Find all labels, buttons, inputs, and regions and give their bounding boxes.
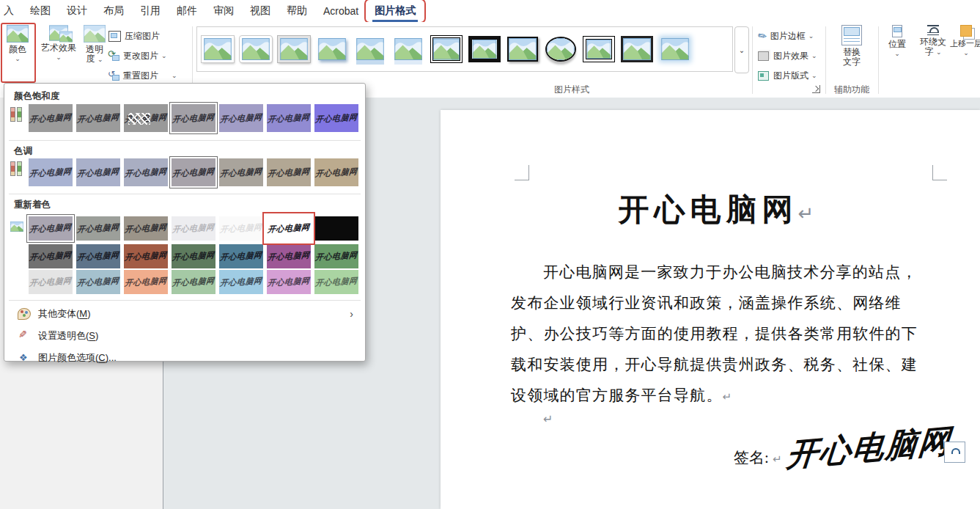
color-swatch[interactable]: 开心电脑网 xyxy=(124,270,168,294)
color-swatch[interactable]: 开心电脑网 xyxy=(314,270,358,294)
layout-options-button[interactable] xyxy=(944,442,965,463)
picture-style-thumbnail[interactable] xyxy=(545,32,577,66)
picture-layout-icon xyxy=(758,71,769,81)
picture-style-thumbnail[interactable] xyxy=(430,32,463,66)
transparency-icon xyxy=(84,25,106,43)
submenu-arrow-icon: › xyxy=(350,308,353,320)
picture-style-thumbnail[interactable] xyxy=(392,32,424,66)
color-swatch[interactable]: 开心电脑网 xyxy=(314,104,358,132)
color-swatch[interactable]: 开心电脑网 xyxy=(76,270,120,294)
picture-style-thumbnail[interactable] xyxy=(240,32,272,66)
color-swatch[interactable]: 开心电脑网 xyxy=(29,104,73,132)
color-swatch[interactable]: 开心电脑网 xyxy=(219,270,263,294)
color-swatch[interactable]: 开心电脑网 xyxy=(314,244,358,268)
color-swatch[interactable]: 开心电脑网 xyxy=(124,158,168,186)
picture-style-thumbnail[interactable] xyxy=(621,32,653,66)
color-swatch[interactable]: 开心电脑网 xyxy=(219,104,263,132)
picture-style-thumbnail[interactable] xyxy=(506,32,539,66)
color-swatch[interactable]: 开心电脑网 xyxy=(314,158,358,186)
compress-picture-button[interactable]: 压缩图片 xyxy=(108,28,160,44)
color-swatch[interactable]: 开心电脑网 xyxy=(29,158,73,186)
wrap-text-label: 环绕文 字 ⌄ xyxy=(920,37,946,56)
paragraph-line: 载和安装使用，开心导航提供贵州政务、税务、社保、建 xyxy=(511,349,925,380)
ribbon-tab[interactable]: 入 xyxy=(0,1,22,21)
chevron-down-icon: ⌄ xyxy=(56,54,62,60)
color-swatch[interactable]: 开心电脑网 xyxy=(219,244,263,268)
color-swatch[interactable]: 开心电脑网 xyxy=(172,104,215,132)
gallery-more-button[interactable]: ⌄ xyxy=(734,26,749,73)
ribbon-tab[interactable]: 布局 xyxy=(95,1,132,21)
picture-style-thumbnail[interactable] xyxy=(659,32,691,66)
document-title: 开心电脑网↵ xyxy=(511,189,921,230)
color-swatch[interactable]: 开心电脑网 xyxy=(267,216,311,241)
picture-style-thumbnail[interactable] xyxy=(202,32,234,66)
alt-text-button[interactable]: 替换文字 xyxy=(831,25,872,67)
color-swatch[interactable]: 开心电脑网 xyxy=(314,216,358,241)
color-swatch[interactable]: 开心电脑网 xyxy=(219,158,263,186)
artistic-effects-button[interactable]: 艺术效果 ⌄ xyxy=(38,25,79,60)
ribbon-tab[interactable]: 绘图 xyxy=(22,1,59,21)
color-swatch[interactable]: 开心电脑网 xyxy=(172,216,215,241)
ribbon-tab[interactable]: 设计 xyxy=(59,1,95,21)
color-swatch[interactable]: 开心电脑网 xyxy=(124,104,168,132)
picture-styles-dialog-launcher[interactable] xyxy=(812,85,820,93)
ribbon-tab[interactable]: 帮助 xyxy=(279,1,315,21)
reset-picture-button[interactable]: 重置图片 ⌄ xyxy=(108,67,177,84)
menu-item-set-transparent-color[interactable]: 设置透明色(S) xyxy=(9,325,361,347)
signature-label: 签名: ↵ xyxy=(734,447,782,468)
picture-border-pen-icon: ✎ xyxy=(755,29,769,43)
color-swatch[interactable]: 开心电脑网 xyxy=(267,244,311,268)
color-swatch[interactable]: 开心电脑网 xyxy=(267,104,311,132)
signature-image[interactable]: 开心电脑网 xyxy=(785,420,957,477)
picture-border-button[interactable]: ✎ 图片边框 ⌄ xyxy=(758,28,814,44)
picture-style-thumbnail[interactable] xyxy=(468,32,501,66)
color-swatch[interactable]: 开心电脑网 xyxy=(124,216,168,241)
chevron-down-icon: ⌄ xyxy=(161,53,167,59)
color-swatch[interactable]: 开心电脑网 xyxy=(76,216,120,241)
color-swatch[interactable]: 开心电脑网 xyxy=(172,158,215,186)
menu-item-more-variations[interactable]: 其他变体(M) › xyxy=(9,303,361,325)
recolor-section-title: 重新着色 xyxy=(14,199,51,211)
paragraph-line: 开心电脑网是一家致力于办公电脑技术分享的站点， xyxy=(511,257,925,288)
color-swatch[interactable]: 开心电脑网 xyxy=(267,270,311,294)
color-swatch[interactable]: 开心电脑网 xyxy=(76,158,120,186)
color-button[interactable]: 颜色 ⌄ xyxy=(3,25,32,62)
color-swatch[interactable]: 开心电脑网 xyxy=(172,244,215,268)
bring-forward-icon xyxy=(960,25,972,37)
bring-forward-button[interactable]: 上移一层 ⌄ xyxy=(950,25,980,56)
ribbon-tab[interactable]: Acrobat xyxy=(315,1,366,21)
picture-effects-button[interactable]: 图片效果 ⌄ xyxy=(758,48,817,64)
ribbon-tab[interactable]: 审阅 xyxy=(205,1,242,21)
color-swatch[interactable]: 开心电脑网 xyxy=(172,270,215,294)
position-button[interactable]: 位置 ⌄ xyxy=(881,25,913,56)
change-picture-button[interactable]: 更改图片 ⌄ xyxy=(108,48,167,64)
color-swatch[interactable]: 开心电脑网 xyxy=(76,244,120,268)
color-swatch[interactable]: 开心电脑网 xyxy=(76,104,120,132)
transparency-button[interactable]: 透明 度 ⌄ xyxy=(81,25,108,64)
color-swatch[interactable]: 开心电脑网 xyxy=(219,216,263,241)
document-page[interactable]: 开心电脑网↵ 开心电脑网是一家致力于办公电脑技术分享的站点， 发布企业领域行业资… xyxy=(441,110,980,509)
reset-picture-icon xyxy=(108,71,119,81)
tone-section-title: 色调 xyxy=(14,145,32,158)
color-swatch[interactable]: 开心电脑网 xyxy=(29,244,73,268)
ribbon-tab[interactable]: 引用 xyxy=(132,1,169,21)
color-swatch[interactable]: 开心电脑网 xyxy=(267,158,311,186)
tone-swatch-row: 开心电脑网开心电脑网开心电脑网开心电脑网开心电脑网开心电脑网开心电脑网 xyxy=(29,158,358,186)
picture-layout-button[interactable]: 图片版式 ⌄ xyxy=(758,67,817,84)
menu-item-picture-color-options[interactable]: 图片颜色选项(C)... xyxy=(9,347,361,369)
color-swatch[interactable]: 开心电脑网 xyxy=(124,244,168,268)
recolor-row-icon xyxy=(10,221,23,238)
picture-style-thumbnail[interactable] xyxy=(354,32,386,66)
chevron-down-icon: ⌄ xyxy=(811,53,817,59)
color-button-label: 颜色 xyxy=(9,45,26,54)
color-swatch[interactable]: 开心电脑网 xyxy=(29,216,73,241)
wrap-text-button[interactable]: 环绕文 字 ⌄ xyxy=(915,25,951,56)
color-swatch[interactable]: 开心电脑网 xyxy=(29,270,73,294)
ribbon-tab[interactable]: 视图 xyxy=(242,1,279,21)
picture-style-thumbnail[interactable] xyxy=(278,32,310,66)
ribbon-tab[interactable]: 图片格式 xyxy=(366,1,424,21)
ribbon-tab[interactable]: 邮件 xyxy=(169,1,205,21)
picture-style-thumbnail[interactable] xyxy=(316,32,348,66)
picture-style-thumbnail[interactable] xyxy=(583,32,615,66)
margin-cropmark-topright xyxy=(932,165,947,180)
